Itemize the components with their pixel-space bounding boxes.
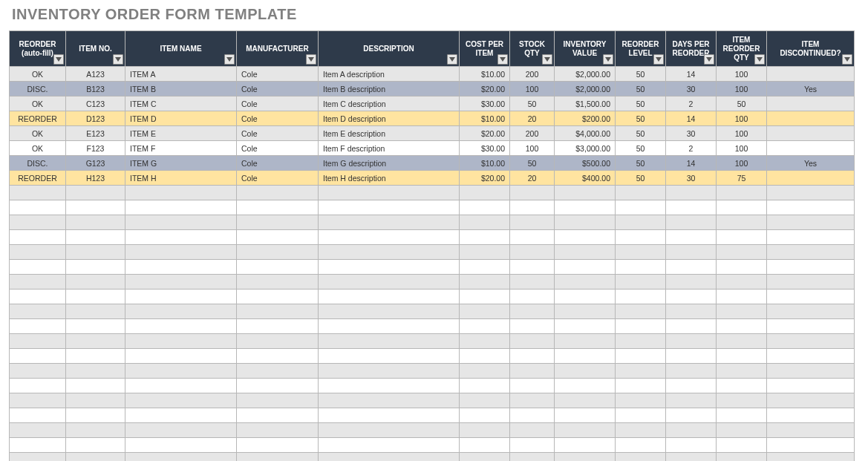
cell-item_no[interactable]: F123 <box>66 141 125 156</box>
cell-item_name[interactable]: ITEM D <box>125 111 237 126</box>
cell-empty[interactable] <box>616 423 666 438</box>
cell-empty[interactable] <box>666 393 717 408</box>
cell-discontinued[interactable] <box>767 171 855 186</box>
cell-empty[interactable] <box>767 275 855 290</box>
cell-empty[interactable] <box>237 245 319 260</box>
cell-reorder_level[interactable]: 50 <box>616 82 666 97</box>
cell-reorder_level[interactable]: 50 <box>616 97 666 111</box>
cell-empty[interactable] <box>717 215 767 230</box>
filter-dropdown-button[interactable] <box>842 54 852 65</box>
cell-empty[interactable] <box>125 200 237 215</box>
cell-empty[interactable] <box>66 393 125 408</box>
cell-stock[interactable]: 200 <box>510 126 555 141</box>
table-row-empty[interactable] <box>10 304 855 319</box>
cell-empty[interactable] <box>767 423 855 438</box>
table-row-empty[interactable] <box>10 230 855 245</box>
cell-reorder_qty[interactable]: 100 <box>717 82 767 97</box>
cell-empty[interactable] <box>717 200 767 215</box>
filter-dropdown-button[interactable] <box>653 54 664 65</box>
cell-empty[interactable] <box>125 304 237 319</box>
cell-reorder_qty[interactable]: 75 <box>717 171 767 186</box>
table-row-empty[interactable] <box>10 200 855 215</box>
cell-empty[interactable] <box>237 379 319 393</box>
cell-reorder[interactable]: REORDER <box>10 111 66 126</box>
cell-description[interactable]: Item B description <box>319 82 460 97</box>
cell-empty[interactable] <box>460 200 510 215</box>
cell-inv_value[interactable]: $2,000.00 <box>555 82 616 97</box>
cell-empty[interactable] <box>767 393 855 408</box>
cell-empty[interactable] <box>555 230 616 245</box>
cell-empty[interactable] <box>319 334 460 349</box>
cell-empty[interactable] <box>510 275 555 290</box>
cell-cost[interactable]: $20.00 <box>460 171 510 186</box>
cell-empty[interactable] <box>237 349 319 364</box>
cell-empty[interactable] <box>717 334 767 349</box>
cell-reorder_level[interactable]: 50 <box>616 111 666 126</box>
cell-empty[interactable] <box>555 200 616 215</box>
table-row[interactable]: OKC123ITEM CColeItem C description$30.00… <box>10 97 855 111</box>
cell-empty[interactable] <box>616 453 666 462</box>
cell-empty[interactable] <box>125 349 237 364</box>
cell-days[interactable]: 30 <box>666 82 717 97</box>
cell-item_name[interactable]: ITEM E <box>125 126 237 141</box>
cell-empty[interactable] <box>460 304 510 319</box>
cell-empty[interactable] <box>10 319 66 334</box>
cell-empty[interactable] <box>510 349 555 364</box>
cell-cost[interactable]: $20.00 <box>460 126 510 141</box>
cell-empty[interactable] <box>616 275 666 290</box>
cell-empty[interactable] <box>666 423 717 438</box>
cell-empty[interactable] <box>767 379 855 393</box>
cell-empty[interactable] <box>237 304 319 319</box>
cell-empty[interactable] <box>237 393 319 408</box>
cell-reorder[interactable]: OK <box>10 141 66 156</box>
cell-empty[interactable] <box>616 290 666 304</box>
table-row-empty[interactable] <box>10 453 855 462</box>
cell-reorder[interactable]: OK <box>10 126 66 141</box>
cell-empty[interactable] <box>319 215 460 230</box>
cell-empty[interactable] <box>616 186 666 200</box>
cell-empty[interactable] <box>10 275 66 290</box>
cell-stock[interactable]: 50 <box>510 97 555 111</box>
filter-dropdown-button[interactable] <box>306 54 316 65</box>
cell-empty[interactable] <box>717 423 767 438</box>
cell-stock[interactable]: 20 <box>510 111 555 126</box>
cell-reorder[interactable]: DISC. <box>10 82 66 97</box>
cell-empty[interactable] <box>319 200 460 215</box>
cell-empty[interactable] <box>10 230 66 245</box>
cell-empty[interactable] <box>555 438 616 453</box>
cell-empty[interactable] <box>555 275 616 290</box>
cell-empty[interactable] <box>10 408 66 423</box>
cell-item_name[interactable]: ITEM G <box>125 156 237 171</box>
cell-empty[interactable] <box>555 245 616 260</box>
cell-empty[interactable] <box>237 215 319 230</box>
cell-days[interactable]: 2 <box>666 141 717 156</box>
cell-cost[interactable]: $30.00 <box>460 141 510 156</box>
cell-empty[interactable] <box>237 260 319 275</box>
cell-empty[interactable] <box>460 319 510 334</box>
cell-empty[interactable] <box>319 364 460 379</box>
cell-empty[interactable] <box>460 230 510 245</box>
cell-item_no[interactable]: A123 <box>66 67 125 82</box>
cell-empty[interactable] <box>66 304 125 319</box>
cell-empty[interactable] <box>10 438 66 453</box>
cell-inv_value[interactable]: $1,500.00 <box>555 97 616 111</box>
cell-discontinued[interactable] <box>767 126 855 141</box>
cell-reorder_qty[interactable]: 100 <box>717 126 767 141</box>
cell-empty[interactable] <box>125 215 237 230</box>
cell-days[interactable]: 14 <box>666 67 717 82</box>
cell-empty[interactable] <box>319 275 460 290</box>
cell-empty[interactable] <box>319 453 460 462</box>
cell-empty[interactable] <box>767 260 855 275</box>
cell-empty[interactable] <box>66 334 125 349</box>
cell-empty[interactable] <box>510 230 555 245</box>
cell-empty[interactable] <box>666 215 717 230</box>
cell-empty[interactable] <box>555 349 616 364</box>
cell-empty[interactable] <box>66 453 125 462</box>
cell-empty[interactable] <box>555 186 616 200</box>
cell-empty[interactable] <box>767 438 855 453</box>
table-row[interactable]: DISC.G123ITEM GColeItem G description$10… <box>10 156 855 171</box>
cell-empty[interactable] <box>666 304 717 319</box>
cell-empty[interactable] <box>125 393 237 408</box>
cell-empty[interactable] <box>767 186 855 200</box>
cell-empty[interactable] <box>66 379 125 393</box>
